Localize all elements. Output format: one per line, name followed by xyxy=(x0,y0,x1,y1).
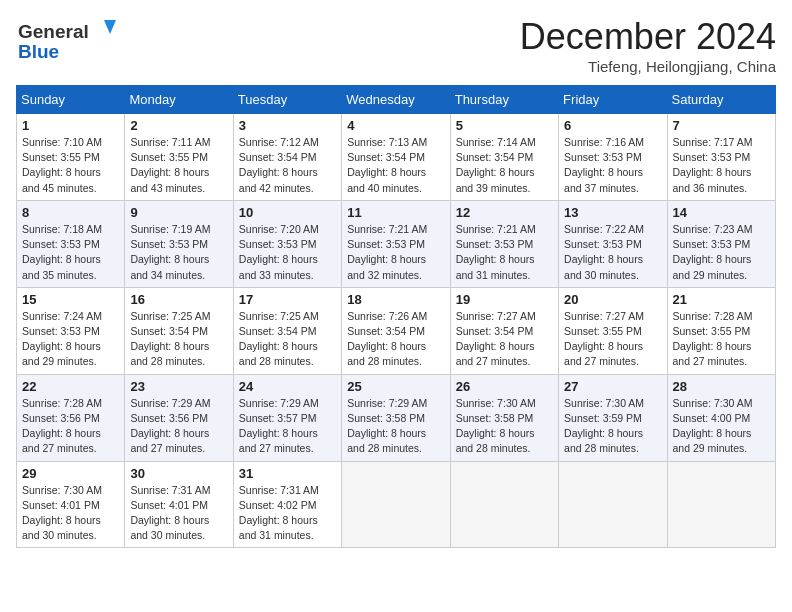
day-info: Sunrise: 7:14 AM Sunset: 3:54 PM Dayligh… xyxy=(456,135,553,196)
calendar-cell: 22Sunrise: 7:28 AM Sunset: 3:56 PM Dayli… xyxy=(17,374,125,461)
day-number: 16 xyxy=(130,292,227,307)
day-info: Sunrise: 7:21 AM Sunset: 3:53 PM Dayligh… xyxy=(456,222,553,283)
calendar-cell: 26Sunrise: 7:30 AM Sunset: 3:58 PM Dayli… xyxy=(450,374,558,461)
calendar-cell: 27Sunrise: 7:30 AM Sunset: 3:59 PM Dayli… xyxy=(559,374,667,461)
day-number: 10 xyxy=(239,205,336,220)
day-number: 26 xyxy=(456,379,553,394)
calendar-week-row: 22Sunrise: 7:28 AM Sunset: 3:56 PM Dayli… xyxy=(17,374,776,461)
location: Tiefeng, Heilongjiang, China xyxy=(520,58,776,75)
day-number: 23 xyxy=(130,379,227,394)
day-info: Sunrise: 7:16 AM Sunset: 3:53 PM Dayligh… xyxy=(564,135,661,196)
day-number: 8 xyxy=(22,205,119,220)
calendar-header-row: SundayMondayTuesdayWednesdayThursdayFrid… xyxy=(17,86,776,114)
day-number: 13 xyxy=(564,205,661,220)
calendar-cell: 21Sunrise: 7:28 AM Sunset: 3:55 PM Dayli… xyxy=(667,287,775,374)
month-title: December 2024 xyxy=(520,16,776,58)
calendar-week-row: 15Sunrise: 7:24 AM Sunset: 3:53 PM Dayli… xyxy=(17,287,776,374)
calendar-week-row: 8Sunrise: 7:18 AM Sunset: 3:53 PM Daylig… xyxy=(17,200,776,287)
calendar-cell: 14Sunrise: 7:23 AM Sunset: 3:53 PM Dayli… xyxy=(667,200,775,287)
day-number: 14 xyxy=(673,205,770,220)
day-number: 28 xyxy=(673,379,770,394)
day-number: 24 xyxy=(239,379,336,394)
day-number: 1 xyxy=(22,118,119,133)
day-info: Sunrise: 7:26 AM Sunset: 3:54 PM Dayligh… xyxy=(347,309,444,370)
day-info: Sunrise: 7:30 AM Sunset: 3:58 PM Dayligh… xyxy=(456,396,553,457)
day-info: Sunrise: 7:25 AM Sunset: 3:54 PM Dayligh… xyxy=(130,309,227,370)
calendar-cell: 16Sunrise: 7:25 AM Sunset: 3:54 PM Dayli… xyxy=(125,287,233,374)
day-number: 25 xyxy=(347,379,444,394)
day-info: Sunrise: 7:25 AM Sunset: 3:54 PM Dayligh… xyxy=(239,309,336,370)
calendar-cell: 31Sunrise: 7:31 AM Sunset: 4:02 PM Dayli… xyxy=(233,461,341,548)
day-info: Sunrise: 7:17 AM Sunset: 3:53 PM Dayligh… xyxy=(673,135,770,196)
weekday-header-thursday: Thursday xyxy=(450,86,558,114)
logo-svg: General Blue xyxy=(16,16,126,66)
day-number: 20 xyxy=(564,292,661,307)
day-info: Sunrise: 7:27 AM Sunset: 3:54 PM Dayligh… xyxy=(456,309,553,370)
day-number: 19 xyxy=(456,292,553,307)
calendar-cell: 3Sunrise: 7:12 AM Sunset: 3:54 PM Daylig… xyxy=(233,114,341,201)
calendar-cell: 11Sunrise: 7:21 AM Sunset: 3:53 PM Dayli… xyxy=(342,200,450,287)
day-number: 22 xyxy=(22,379,119,394)
calendar-cell xyxy=(667,461,775,548)
calendar-cell: 24Sunrise: 7:29 AM Sunset: 3:57 PM Dayli… xyxy=(233,374,341,461)
title-area: December 2024 Tiefeng, Heilongjiang, Chi… xyxy=(520,16,776,75)
calendar-cell: 8Sunrise: 7:18 AM Sunset: 3:53 PM Daylig… xyxy=(17,200,125,287)
day-number: 11 xyxy=(347,205,444,220)
day-info: Sunrise: 7:18 AM Sunset: 3:53 PM Dayligh… xyxy=(22,222,119,283)
calendar-week-row: 1Sunrise: 7:10 AM Sunset: 3:55 PM Daylig… xyxy=(17,114,776,201)
calendar-cell: 28Sunrise: 7:30 AM Sunset: 4:00 PM Dayli… xyxy=(667,374,775,461)
logo: General Blue xyxy=(16,16,126,70)
weekday-header-friday: Friday xyxy=(559,86,667,114)
day-info: Sunrise: 7:10 AM Sunset: 3:55 PM Dayligh… xyxy=(22,135,119,196)
day-info: Sunrise: 7:31 AM Sunset: 4:02 PM Dayligh… xyxy=(239,483,336,544)
calendar-cell: 12Sunrise: 7:21 AM Sunset: 3:53 PM Dayli… xyxy=(450,200,558,287)
calendar-cell: 2Sunrise: 7:11 AM Sunset: 3:55 PM Daylig… xyxy=(125,114,233,201)
calendar-cell: 23Sunrise: 7:29 AM Sunset: 3:56 PM Dayli… xyxy=(125,374,233,461)
weekday-header-monday: Monday xyxy=(125,86,233,114)
day-number: 18 xyxy=(347,292,444,307)
day-info: Sunrise: 7:30 AM Sunset: 4:00 PM Dayligh… xyxy=(673,396,770,457)
calendar-cell: 19Sunrise: 7:27 AM Sunset: 3:54 PM Dayli… xyxy=(450,287,558,374)
svg-text:Blue: Blue xyxy=(18,41,59,62)
day-info: Sunrise: 7:23 AM Sunset: 3:53 PM Dayligh… xyxy=(673,222,770,283)
day-info: Sunrise: 7:30 AM Sunset: 4:01 PM Dayligh… xyxy=(22,483,119,544)
day-info: Sunrise: 7:20 AM Sunset: 3:53 PM Dayligh… xyxy=(239,222,336,283)
day-number: 9 xyxy=(130,205,227,220)
day-info: Sunrise: 7:21 AM Sunset: 3:53 PM Dayligh… xyxy=(347,222,444,283)
day-number: 12 xyxy=(456,205,553,220)
day-number: 27 xyxy=(564,379,661,394)
day-number: 30 xyxy=(130,466,227,481)
calendar-cell: 30Sunrise: 7:31 AM Sunset: 4:01 PM Dayli… xyxy=(125,461,233,548)
day-info: Sunrise: 7:24 AM Sunset: 3:53 PM Dayligh… xyxy=(22,309,119,370)
svg-text:General: General xyxy=(18,21,89,42)
day-number: 4 xyxy=(347,118,444,133)
day-number: 29 xyxy=(22,466,119,481)
day-number: 5 xyxy=(456,118,553,133)
calendar-week-row: 29Sunrise: 7:30 AM Sunset: 4:01 PM Dayli… xyxy=(17,461,776,548)
weekday-header-saturday: Saturday xyxy=(667,86,775,114)
calendar-cell: 1Sunrise: 7:10 AM Sunset: 3:55 PM Daylig… xyxy=(17,114,125,201)
day-info: Sunrise: 7:30 AM Sunset: 3:59 PM Dayligh… xyxy=(564,396,661,457)
calendar-cell: 5Sunrise: 7:14 AM Sunset: 3:54 PM Daylig… xyxy=(450,114,558,201)
day-info: Sunrise: 7:12 AM Sunset: 3:54 PM Dayligh… xyxy=(239,135,336,196)
calendar-cell xyxy=(342,461,450,548)
day-info: Sunrise: 7:27 AM Sunset: 3:55 PM Dayligh… xyxy=(564,309,661,370)
svg-marker-1 xyxy=(104,20,116,34)
day-number: 21 xyxy=(673,292,770,307)
day-number: 2 xyxy=(130,118,227,133)
calendar-cell: 15Sunrise: 7:24 AM Sunset: 3:53 PM Dayli… xyxy=(17,287,125,374)
calendar-cell: 9Sunrise: 7:19 AM Sunset: 3:53 PM Daylig… xyxy=(125,200,233,287)
calendar-cell xyxy=(559,461,667,548)
calendar-cell: 4Sunrise: 7:13 AM Sunset: 3:54 PM Daylig… xyxy=(342,114,450,201)
calendar-table: SundayMondayTuesdayWednesdayThursdayFrid… xyxy=(16,85,776,548)
page-header: General Blue December 2024 Tiefeng, Heil… xyxy=(16,16,776,75)
day-info: Sunrise: 7:29 AM Sunset: 3:58 PM Dayligh… xyxy=(347,396,444,457)
day-number: 15 xyxy=(22,292,119,307)
day-info: Sunrise: 7:29 AM Sunset: 3:56 PM Dayligh… xyxy=(130,396,227,457)
calendar-cell: 17Sunrise: 7:25 AM Sunset: 3:54 PM Dayli… xyxy=(233,287,341,374)
weekday-header-sunday: Sunday xyxy=(17,86,125,114)
day-info: Sunrise: 7:11 AM Sunset: 3:55 PM Dayligh… xyxy=(130,135,227,196)
day-info: Sunrise: 7:28 AM Sunset: 3:56 PM Dayligh… xyxy=(22,396,119,457)
calendar-cell: 29Sunrise: 7:30 AM Sunset: 4:01 PM Dayli… xyxy=(17,461,125,548)
day-info: Sunrise: 7:19 AM Sunset: 3:53 PM Dayligh… xyxy=(130,222,227,283)
